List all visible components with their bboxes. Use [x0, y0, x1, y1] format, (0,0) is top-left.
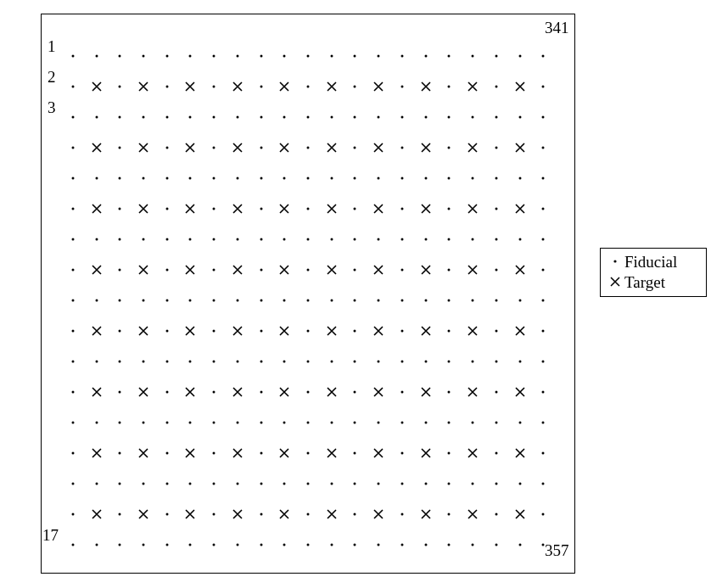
target-marker: [226, 132, 249, 163]
fiducial-marker: [390, 132, 414, 163]
svg-point-189: [448, 391, 451, 394]
svg-point-216: [213, 452, 216, 455]
fiducial-marker: [367, 468, 390, 499]
svg-point-54: [119, 147, 121, 149]
fiducial-marker: [155, 377, 179, 407]
fiducial-marker: [61, 193, 85, 224]
fiducial-marker: [414, 407, 438, 438]
svg-point-166: [213, 361, 216, 363]
svg-point-180: [542, 361, 545, 363]
fiducial-marker: [390, 71, 414, 102]
target-marker: [414, 71, 438, 102]
target-marker: [179, 71, 203, 102]
grid-row: [61, 316, 555, 346]
fiducial-marker: [226, 407, 249, 438]
fiducial-marker: [344, 224, 367, 255]
svg-point-105: [283, 238, 286, 241]
fiducial-marker: [438, 255, 462, 285]
svg-point-158: [495, 330, 497, 333]
fiducial-marker: [484, 193, 508, 224]
fiducial-marker: [108, 346, 132, 377]
fiducial-marker: [108, 255, 132, 285]
svg-point-0: [71, 55, 74, 58]
svg-point-119: [165, 269, 168, 272]
svg-point-102: [213, 238, 216, 241]
svg-point-149: [71, 330, 74, 333]
target-marker: [414, 316, 438, 346]
row-label-text: 17: [42, 526, 59, 544]
fiducial-marker: [179, 529, 203, 560]
svg-point-229: [189, 483, 192, 485]
fiducial-marker: [296, 41, 320, 71]
svg-point-194: [119, 422, 121, 424]
svg-point-8: [260, 55, 262, 58]
svg-point-256: [71, 544, 74, 546]
fiducial-marker: [85, 468, 109, 499]
svg-point-183: [165, 391, 168, 394]
target-marker: [85, 255, 109, 285]
fiducial-marker: [226, 346, 249, 377]
fiducial-marker: [484, 377, 508, 407]
target-marker: [414, 499, 438, 529]
fiducial-marker: [508, 163, 532, 193]
svg-point-275: [518, 544, 521, 546]
svg-point-16: [448, 55, 451, 58]
svg-point-155: [354, 330, 356, 333]
svg-point-33: [95, 116, 98, 119]
fiducial-marker: [132, 285, 155, 316]
svg-point-233: [283, 483, 286, 485]
svg-point-148: [542, 300, 545, 302]
fiducial-marker: [155, 346, 179, 377]
fiducial-marker: [272, 102, 296, 132]
fiducial-marker: [344, 41, 367, 71]
fiducial-marker: [155, 407, 179, 438]
fiducial-marker: [320, 285, 344, 316]
fiducial-marker: [249, 102, 273, 132]
svg-point-118: [119, 269, 121, 272]
fiducial-marker: [390, 224, 414, 255]
svg-point-277: [613, 260, 616, 262]
fiducial-marker: [320, 224, 344, 255]
fiducial-marker: [344, 132, 367, 163]
row-label-text: 1: [48, 37, 56, 55]
target-marker: [414, 438, 438, 468]
fiducial-marker: [85, 102, 109, 132]
svg-point-110: [400, 238, 403, 241]
fiducial-marker: [296, 346, 320, 377]
svg-point-246: [119, 513, 121, 516]
svg-point-76: [354, 177, 356, 180]
svg-point-2: [119, 55, 121, 58]
target-marker: [179, 132, 203, 163]
svg-point-184: [213, 391, 216, 394]
target-marker: [367, 438, 390, 468]
fiducial-marker: [344, 407, 367, 438]
legend-item-fiducial: Fiducial: [606, 252, 701, 272]
svg-point-13: [378, 55, 380, 58]
target-marker: [272, 71, 296, 102]
fiducial-marker: [438, 41, 462, 71]
fiducial-marker: [155, 163, 179, 193]
svg-point-258: [119, 544, 121, 546]
svg-point-197: [189, 422, 192, 424]
fiducial-marker: [344, 529, 367, 560]
target-marker: [226, 316, 249, 346]
fiducial-marker: [320, 407, 344, 438]
fiducial-marker: [461, 285, 484, 316]
fiducial-marker: [438, 71, 462, 102]
fiducial-marker: [508, 529, 532, 560]
fiducial-marker: [61, 41, 85, 71]
target-marker: [179, 193, 203, 224]
fiducial-marker: [438, 499, 462, 529]
fiducial-marker: [531, 438, 555, 468]
fiducial-marker: [108, 529, 132, 560]
svg-point-7: [236, 55, 238, 58]
grid-row: [61, 438, 555, 468]
svg-point-104: [260, 238, 262, 241]
svg-point-173: [378, 361, 380, 363]
svg-point-121: [260, 269, 262, 272]
fiducial-marker: [367, 224, 390, 255]
svg-point-71: [236, 177, 238, 180]
target-marker: [132, 316, 155, 346]
target-marker: [85, 499, 109, 529]
fiducial-marker: [249, 438, 273, 468]
